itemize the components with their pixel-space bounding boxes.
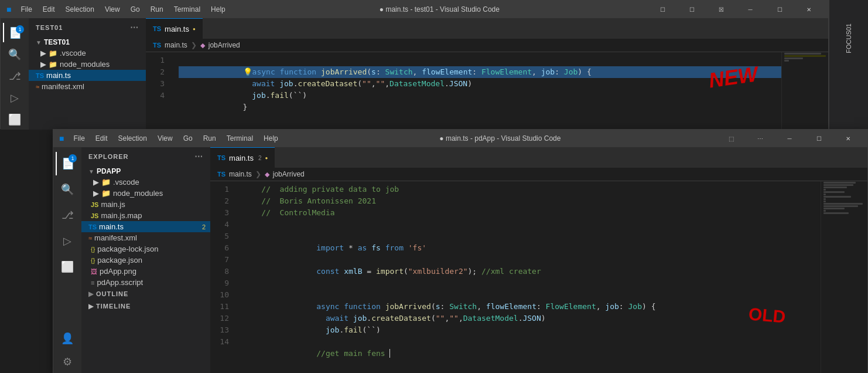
- manifest-xml-file-bottom[interactable]: ≈ manifest.xml: [81, 232, 210, 243]
- settings-icon-bottom[interactable]: ⚙: [56, 350, 79, 373]
- main-ts-tab-bottom[interactable]: TS main.ts 2 ●: [210, 147, 275, 168]
- package-json-file-bottom[interactable]: {} package.json: [81, 255, 210, 266]
- code-area-top: 1 2 3 4 💡async function jobArrived(s: Sw…: [146, 52, 828, 130]
- layout-btn2-top[interactable]: ☐: [678, 1, 705, 18]
- sidebar-more-bottom[interactable]: ⋯: [194, 152, 203, 161]
- explorer-label-bottom: EXPLORER: [88, 153, 129, 160]
- breadcrumb-file-bottom[interactable]: main.ts: [229, 170, 252, 178]
- search-icon-top[interactable]: 🔍: [3, 45, 26, 64]
- vscode-icon-bottom: ■: [59, 134, 64, 143]
- code-content-bottom[interactable]: // adding private data to job // Boris A…: [234, 181, 821, 373]
- chevron-down-icon-top: ▼: [36, 39, 42, 46]
- titlebar-bottom: ■ File Edit Selection View Go Run Termin…: [53, 130, 867, 147]
- layout-btn-top[interactable]: ☐: [649, 1, 676, 18]
- timeline-section-bottom[interactable]: ▶ TIMELINE: [81, 300, 210, 313]
- code-content-top[interactable]: 💡async function jobArrived(s: Switch, fl…: [169, 52, 781, 130]
- search-icon-bottom[interactable]: 🔍: [56, 178, 79, 201]
- menu-view-bottom[interactable]: View: [153, 133, 177, 144]
- breadcrumb-func-bottom[interactable]: jobArrived: [273, 170, 305, 178]
- json-icon-pkg-bottom: {}: [88, 257, 95, 264]
- node-modules-label-top: node_modules: [60, 60, 110, 69]
- vscode-folder-top[interactable]: ▶ 📁 .vscode: [29, 48, 146, 59]
- window-controls-top: ☐ ☐ ☒ ─ ☐ ✕: [649, 1, 822, 18]
- code-line-10-bottom: async function jobArrived(s: Switch, flo…: [243, 289, 821, 301]
- modified-dot-bottom: ●: [265, 155, 268, 161]
- menu-selection-top[interactable]: Selection: [61, 4, 99, 15]
- pdapp-png-label-bottom: pdApp.png: [100, 267, 136, 276]
- menu-selection-bottom[interactable]: Selection: [114, 133, 152, 144]
- sidebar-more-top[interactable]: ⋯: [130, 23, 139, 32]
- pdapp-png-file-bottom[interactable]: 🖼 pdApp.png: [81, 266, 210, 277]
- main-ts-file-top[interactable]: TS main.ts: [29, 70, 146, 81]
- close-btn-top[interactable]: ✕: [795, 1, 822, 18]
- func-icon-top: ◆: [200, 42, 205, 49]
- focus-label: FOCUS01: [845, 23, 852, 53]
- main-js-file-bottom[interactable]: JS main.js: [81, 199, 210, 210]
- main-ts-tab-top[interactable]: TS main.ts ●: [146, 18, 203, 39]
- run-icon-bottom[interactable]: ▷: [56, 229, 79, 253]
- source-control-icon-bottom[interactable]: ⎇: [56, 204, 79, 227]
- folder-icon-node-bottom: 📁: [101, 189, 111, 198]
- pdapp-sscript-label-bottom: pdApp.sscript: [97, 278, 143, 287]
- menu-edit-top[interactable]: Edit: [38, 4, 60, 15]
- code-line-1-top: 💡async function jobArrived(s: Switch, fl…: [179, 55, 781, 66]
- minimize-btn-top[interactable]: ─: [737, 1, 764, 18]
- menu-view-top[interactable]: View: [100, 4, 125, 15]
- project-root-top[interactable]: ▼ TEST01: [29, 37, 146, 48]
- ts-breadcrumb-icon-bottom: TS: [217, 171, 225, 178]
- node-modules-label-bottom: node_modules: [113, 189, 163, 198]
- layout-btn3-top[interactable]: ☒: [708, 1, 734, 18]
- breadcrumb-file-top[interactable]: main.ts: [165, 41, 187, 49]
- extensions-icon-bottom[interactable]: ⬜: [56, 255, 79, 279]
- main-ts-file-bottom[interactable]: TS main.ts 2: [81, 221, 210, 232]
- maximize-btn-bottom[interactable]: ☐: [805, 130, 832, 147]
- vscode-folder-bottom[interactable]: ▶ 📁 .vscode: [81, 177, 210, 188]
- menu-run-top[interactable]: Run: [146, 4, 168, 15]
- main-js-map-file-bottom[interactable]: JS main.js.map: [81, 210, 210, 221]
- manifest-xml-label-bottom: manifest.xml: [94, 233, 137, 242]
- menu-help-bottom[interactable]: Help: [259, 133, 283, 144]
- explorer-icon-top[interactable]: 📄 1: [3, 23, 26, 42]
- outline-section-bottom[interactable]: ▶ OUTLINE: [81, 288, 210, 300]
- split-editor-btn-bottom[interactable]: ⬚: [717, 130, 744, 147]
- vscode-folder-label-top: .vscode: [60, 49, 86, 57]
- func-icon-bottom: ◆: [265, 171, 269, 178]
- package-lock-file-bottom[interactable]: {} package-lock.json: [81, 243, 210, 255]
- package-json-label-bottom: package.json: [97, 256, 142, 265]
- menu-go-bottom[interactable]: Go: [179, 133, 197, 144]
- activity-bar-top: 📄 1 🔍 ⎇ ▷ ⬜: [1, 18, 29, 130]
- account-icon-bottom[interactable]: 👤: [56, 327, 79, 350]
- explorer-icon-bottom[interactable]: 📄 1: [56, 152, 79, 175]
- js-icon-mainjs-bottom: JS: [88, 201, 98, 208]
- menu-terminal-bottom[interactable]: Terminal: [222, 133, 258, 144]
- code-line-3-bottom: // ControlMedia: [243, 207, 821, 219]
- manifest-xml-file-top[interactable]: ≈ manifest.xml: [29, 81, 146, 92]
- node-modules-folder-top[interactable]: ▶ 📁 node_modules: [29, 59, 146, 70]
- run-icon-top[interactable]: ▷: [3, 89, 26, 108]
- menu-run-bottom[interactable]: Run: [199, 133, 221, 144]
- maximize-btn-top[interactable]: ☐: [766, 1, 793, 18]
- menu-help-top[interactable]: Help: [206, 4, 230, 15]
- project-root-bottom[interactable]: ▼ PDAPP: [81, 166, 210, 177]
- activity-bar-bottom: 📄 1 🔍 ⎇ ▷ ⬜ 👤 ⚙: [53, 147, 81, 373]
- vscode-icon-top: ■: [6, 5, 11, 14]
- menu-go-top[interactable]: Go: [126, 4, 145, 15]
- breadcrumb-func-top[interactable]: jobArrived: [209, 41, 240, 49]
- minimap-bottom: [821, 181, 867, 373]
- minimize-btn-bottom[interactable]: ─: [776, 130, 803, 147]
- more-btn-bottom[interactable]: ⋯: [747, 130, 774, 147]
- menu-edit-bottom[interactable]: Edit: [91, 133, 112, 144]
- window-controls-bottom: ⬚ ⋯ ─ ☐ ✕: [717, 130, 862, 147]
- menu-terminal-top[interactable]: Terminal: [169, 4, 205, 15]
- menu-file-top[interactable]: File: [16, 4, 36, 15]
- node-modules-folder-bottom[interactable]: ▶ 📁 node_modules: [81, 188, 210, 199]
- menu-file-bottom[interactable]: File: [69, 133, 89, 144]
- source-control-icon-top[interactable]: ⎇: [3, 66, 26, 86]
- pdapp-sscript-file-bottom[interactable]: ≡ pdApp.sscript: [81, 277, 210, 288]
- outline-label-bottom: OUTLINE: [96, 290, 128, 297]
- extensions-icon-top[interactable]: ⬜: [3, 110, 26, 130]
- editor-bottom: TS main.ts 2 ● TS main.ts ❯ ◆ jobArrived…: [210, 147, 867, 373]
- code-line-14-bottom: //get main fens: [243, 336, 821, 348]
- close-btn-bottom[interactable]: ✕: [835, 130, 862, 147]
- chevron-down-icon-bottom: ▼: [88, 168, 94, 175]
